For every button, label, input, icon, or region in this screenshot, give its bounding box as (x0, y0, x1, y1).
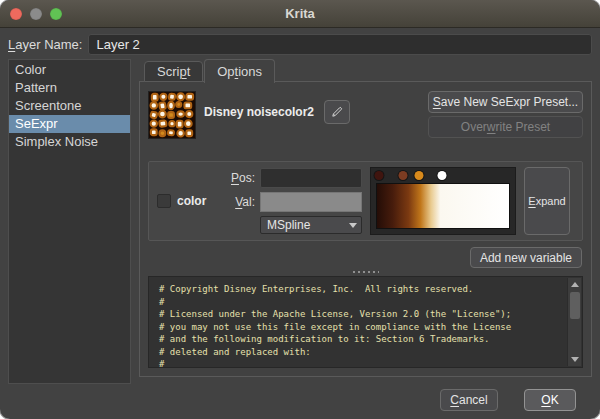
tab-widget: ScriptOptions (139, 59, 592, 384)
script-editor[interactable]: # Copyright Disney Enterprises, Inc. All… (148, 276, 583, 368)
pos-input[interactable] (260, 168, 362, 188)
tab-options[interactable]: Options (204, 59, 275, 83)
scroll-up-button[interactable] (568, 278, 582, 291)
interpolation-value: MSpline (267, 218, 310, 232)
add-variable-row: Add new variable (149, 247, 582, 268)
gradient-handle-3[interactable] (438, 171, 447, 180)
chevron-down-icon (345, 223, 361, 228)
layer-name-input[interactable] (88, 34, 592, 55)
window-title: Krita (285, 6, 315, 21)
generator-item-screentone[interactable]: Screentone (9, 97, 130, 115)
titlebar[interactable]: Krita (0, 0, 600, 28)
generator-list[interactable]: ColorPatternScreentoneSeExprSimplex Nois… (8, 59, 131, 384)
overwrite-preset-button: Overwrite Preset (428, 116, 583, 138)
scrollbar-thumb[interactable] (570, 292, 580, 319)
generator-item-seexpr[interactable]: SeExpr (9, 115, 130, 133)
layer-name-row: Layer Name: (8, 33, 592, 55)
tab-bar: ScriptOptions (139, 59, 592, 82)
editor-scrollbar[interactable] (567, 278, 581, 366)
color-checkbox-label: color (177, 194, 206, 208)
krita-dialog-window: Krita Layer Name: ColorPatternScreentone… (0, 0, 600, 419)
val-row: Val: (227, 192, 362, 212)
arrow-up-icon (571, 282, 579, 287)
variable-fields: Pos: Val: MSpline (227, 168, 362, 234)
scroll-down-button[interactable] (568, 353, 582, 366)
gradient-handle-0[interactable] (374, 171, 383, 180)
val-color-swatch[interactable] (260, 192, 362, 212)
close-button[interactable] (10, 8, 22, 20)
preset-header: Disney noisecolor2 Save New SeExpr Prese… (140, 82, 591, 139)
traffic-lights (10, 8, 62, 20)
pencil-icon (330, 105, 344, 119)
val-label: Val: (227, 195, 255, 209)
tab-script[interactable]: Script (144, 61, 203, 82)
gradient-preview[interactable] (376, 183, 510, 229)
add-new-variable-button[interactable]: Add new variable (470, 247, 582, 268)
dialog-content: Layer Name: ColorPatternScreentoneSeExpr… (0, 28, 600, 419)
generator-item-simplex-noise[interactable]: Simplex Noise (9, 133, 130, 151)
options-tab-pane: Disney noisecolor2 Save New SeExpr Prese… (139, 81, 592, 377)
save-new-preset-button[interactable]: Save New SeExpr Preset... (428, 91, 583, 113)
variable-panel: color Pos: Val: M (148, 161, 583, 241)
minimize-button (30, 8, 42, 20)
expand-button[interactable]: Expand (524, 167, 570, 235)
splitter-grip-icon (353, 271, 379, 273)
splitter-handle[interactable] (140, 268, 591, 276)
ok-button[interactable]: OK (524, 389, 576, 411)
preset-thumbnail (148, 91, 196, 139)
zoom-button[interactable] (50, 8, 62, 20)
preset-name: Disney noisecolor2 (204, 105, 314, 119)
arrow-down-icon (571, 357, 579, 362)
cancel-button[interactable]: Cancel (440, 389, 498, 411)
variable-enable-group: color (157, 194, 219, 208)
pos-row: Pos: (227, 168, 362, 188)
script-text[interactable]: # Copyright Disney Enterprises, Inc. All… (149, 277, 582, 368)
gradient-editor[interactable] (370, 167, 516, 235)
generator-item-pattern[interactable]: Pattern (9, 79, 130, 97)
edit-preset-name-button[interactable] (324, 100, 350, 124)
gradient-handle-1[interactable] (399, 171, 408, 180)
dialog-footer: Cancel OK (8, 384, 592, 419)
interpolation-dropdown[interactable]: MSpline (260, 216, 362, 234)
layer-name-label: Layer Name: (8, 37, 82, 52)
pos-label: Pos: (227, 171, 255, 185)
preset-buttons: Save New SeExpr Preset... Overwrite Pres… (428, 91, 583, 138)
gradient-handle-2[interactable] (415, 171, 424, 180)
generator-item-color[interactable]: Color (9, 61, 130, 79)
color-checkbox[interactable] (157, 194, 171, 208)
main-area: ColorPatternScreentoneSeExprSimplex Nois… (8, 59, 592, 384)
